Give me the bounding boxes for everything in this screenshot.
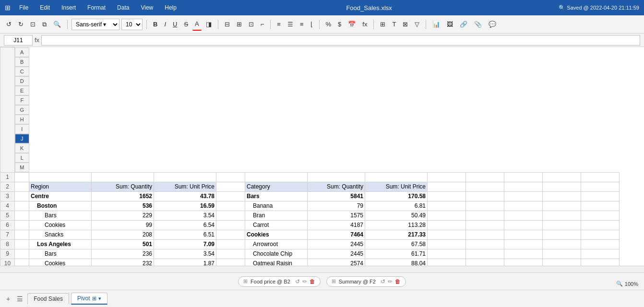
- cell-F10[interactable]: Oatmeal Raisin: [245, 259, 308, 266]
- cell-E10[interactable]: [216, 259, 245, 266]
- tab-pivot[interactable]: Pivot ⊞ ▾: [71, 293, 107, 305]
- cell-I3[interactable]: [428, 191, 466, 201]
- cell-F5[interactable]: Bran: [245, 211, 308, 220]
- cell-B3[interactable]: Centre: [29, 191, 92, 201]
- cell-M1[interactable]: [581, 172, 620, 182]
- cell-K8[interactable]: [504, 239, 543, 249]
- cell-L7[interactable]: [543, 230, 581, 239]
- cell-H7[interactable]: 217.33: [365, 230, 428, 239]
- cell-I4[interactable]: [428, 201, 466, 211]
- cell-K4[interactable]: [504, 201, 543, 211]
- cell-L10[interactable]: [543, 259, 581, 266]
- cell-A5[interactable]: [15, 211, 29, 220]
- cell-C7[interactable]: 208: [92, 230, 154, 239]
- cell-D7[interactable]: 6.51: [154, 230, 216, 239]
- font-size-select[interactable]: 10pt: [121, 19, 143, 30]
- cell-M2[interactable]: [581, 182, 620, 191]
- cell-H10[interactable]: 88.04: [365, 259, 428, 266]
- cell-M5[interactable]: [581, 211, 620, 220]
- cell-E9[interactable]: [216, 249, 245, 259]
- rownum-5[interactable]: 5: [0, 211, 15, 220]
- grid-area[interactable]: A B C D E F G H I J K L M 1: [0, 47, 644, 266]
- cell-L2[interactable]: [543, 182, 581, 191]
- menu-view[interactable]: View: [138, 3, 156, 12]
- col-J[interactable]: J: [15, 134, 29, 143]
- cell-M7[interactable]: [581, 230, 620, 239]
- bold-button[interactable]: B: [151, 18, 160, 31]
- col-L[interactable]: L: [15, 153, 29, 163]
- cell-G4[interactable]: 79: [308, 201, 365, 211]
- image-button[interactable]: 🖼: [444, 18, 455, 31]
- table-button[interactable]: ⊞: [378, 18, 388, 31]
- cell-L9[interactable]: [543, 249, 581, 259]
- cell-J4[interactable]: [466, 201, 504, 211]
- cell-I6[interactable]: [428, 220, 466, 230]
- cell-F7[interactable]: Cookies: [245, 230, 308, 239]
- cell-E8[interactable]: [216, 239, 245, 249]
- summary-badge[interactable]: ⊞ Summary @ F2 ↺ ✏ 🗑: [326, 276, 406, 287]
- border-button[interactable]: ⊡: [246, 18, 256, 31]
- cell-I2[interactable]: [428, 182, 466, 191]
- cell-C3[interactable]: 1652: [92, 191, 154, 201]
- cell-H9[interactable]: 61.71: [365, 249, 428, 259]
- cell-K9[interactable]: [504, 249, 543, 259]
- strikethrough-button[interactable]: S: [181, 18, 191, 31]
- align-center-button[interactable]: ☰: [285, 18, 296, 31]
- cell-J2[interactable]: [466, 182, 504, 191]
- cell-C2[interactable]: Sum: Quantity: [92, 182, 154, 191]
- cell-K6[interactable]: [504, 220, 543, 230]
- align-left-button[interactable]: ≡: [274, 18, 283, 31]
- cell-D8[interactable]: 7.09: [154, 239, 216, 249]
- align-bottom-button[interactable]: ⌊: [308, 18, 315, 31]
- col-M[interactable]: M: [15, 163, 29, 172]
- cell-H3[interactable]: 170.58: [365, 191, 428, 201]
- cell-B10[interactable]: Cookies: [29, 259, 92, 266]
- cell-D9[interactable]: 3.54: [154, 249, 216, 259]
- cell-L3[interactable]: [543, 191, 581, 201]
- cell-C6[interactable]: 99: [92, 220, 154, 230]
- cell-A10[interactable]: [15, 259, 29, 266]
- cell-A9[interactable]: [15, 249, 29, 259]
- menu-file[interactable]: File: [16, 3, 31, 12]
- cell-G1[interactable]: [308, 172, 365, 182]
- rownum-2[interactable]: 2: [0, 182, 15, 191]
- cell-L1[interactable]: [543, 172, 581, 182]
- currency-button[interactable]: $: [335, 18, 344, 31]
- cell-H6[interactable]: 113.28: [365, 220, 428, 230]
- cell-G8[interactable]: 2445: [308, 239, 365, 249]
- cell-C10[interactable]: 232: [92, 259, 154, 266]
- cell-C1[interactable]: [92, 172, 154, 182]
- filter-button[interactable]: ▽: [412, 18, 422, 31]
- cell-B5[interactable]: Bars: [29, 211, 92, 220]
- cell-F6[interactable]: Carrot: [245, 220, 308, 230]
- corner-button[interactable]: ⌐: [258, 18, 267, 31]
- cell-F2[interactable]: Category: [245, 182, 308, 191]
- cell-J7[interactable]: [466, 230, 504, 239]
- cell-B8[interactable]: Los Angeles: [29, 239, 92, 249]
- cell-A4[interactable]: [15, 201, 29, 211]
- cell-M4[interactable]: [581, 201, 620, 211]
- cell-D1[interactable]: [154, 172, 216, 182]
- cell-A1[interactable]: [15, 172, 29, 182]
- cell-J3[interactable]: [466, 191, 504, 201]
- cell-E1[interactable]: [216, 172, 245, 182]
- cell-M9[interactable]: [581, 249, 620, 259]
- cell-J10[interactable]: [466, 259, 504, 266]
- cell-G3[interactable]: 5841: [308, 191, 365, 201]
- cell-M3[interactable]: [581, 191, 620, 201]
- highlight-button[interactable]: ◨: [203, 18, 214, 31]
- cell-E3[interactable]: [216, 191, 245, 201]
- cell-J9[interactable]: [466, 249, 504, 259]
- italic-button[interactable]: I: [162, 18, 168, 31]
- chart-button[interactable]: 📊: [430, 18, 442, 31]
- summary-delete-button[interactable]: 🗑: [395, 278, 401, 285]
- cell-F9[interactable]: Chocolate Chip: [245, 249, 308, 259]
- cell-A7[interactable]: [15, 230, 29, 239]
- summary-refresh-button[interactable]: ↺: [381, 278, 385, 285]
- menu-insert[interactable]: Insert: [59, 3, 79, 12]
- cell-D10[interactable]: 1.87: [154, 259, 216, 266]
- col-B[interactable]: B: [15, 57, 29, 67]
- format-paint-button[interactable]: ⊡: [28, 18, 38, 31]
- menu-data[interactable]: Data: [114, 3, 132, 12]
- cell-G6[interactable]: 4187: [308, 220, 365, 230]
